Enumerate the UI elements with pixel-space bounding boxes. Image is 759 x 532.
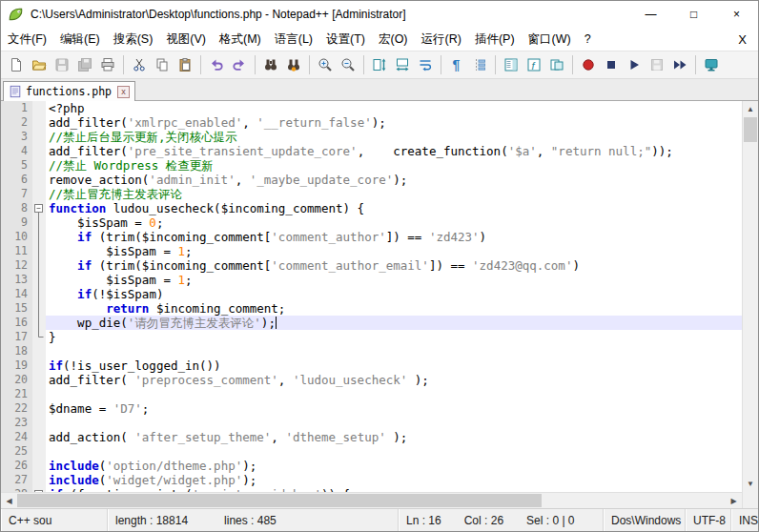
code-text[interactable]: } <box>46 330 742 344</box>
scroll-up-arrow-icon[interactable]: ▲ <box>743 101 758 117</box>
replace-icon[interactable] <box>282 53 305 76</box>
horizontal-scrollbar[interactable]: ◀ ▶ <box>1 492 742 508</box>
scroll-right-arrow-icon[interactable]: ▶ <box>726 493 742 508</box>
close-button[interactable]: × <box>715 1 758 28</box>
code-text[interactable]: //禁止冒充博主发表评论 <box>46 187 742 201</box>
status-encoding[interactable]: UTF-8 <box>686 509 731 531</box>
horizontal-scroll-track[interactable] <box>17 493 726 508</box>
code-line[interactable]: 17} <box>1 330 742 344</box>
code-text[interactable]: if(!is_user_logged_in()) <box>46 358 742 373</box>
status-eol-format[interactable]: Dos\Windows <box>604 509 686 531</box>
code-line[interactable]: 27include('widget/widget.php'); <box>1 473 742 487</box>
scroll-down-arrow-icon[interactable]: ▼ <box>743 476 758 492</box>
code-text[interactable] <box>46 444 742 459</box>
code-line[interactable]: 8function ludou_usecheck($incoming_comme… <box>1 201 742 215</box>
code-text[interactable]: include('option/dtheme.php'); <box>46 459 742 473</box>
code-line[interactable]: 21 <box>1 387 742 401</box>
menu-item-编辑[interactable]: 编辑(E) <box>53 28 107 51</box>
doc-map-icon[interactable] <box>500 53 523 76</box>
fold-marker-icon[interactable] <box>32 487 46 492</box>
record-macro-icon[interactable] <box>577 53 600 76</box>
code-line[interactable]: 13 $isSpam = 1; <box>1 273 742 287</box>
fold-marker-icon[interactable] <box>32 201 46 215</box>
code-text[interactable]: //禁止 Wordpress 检查更新 <box>46 158 742 173</box>
code-text[interactable]: $isSpam = 1; <box>46 273 742 287</box>
menu-item-窗口[interactable]: 窗口(W) <box>522 28 578 51</box>
code-text[interactable] <box>46 416 742 430</box>
doc-switcher-icon[interactable] <box>545 53 568 76</box>
run-macro-multiple-icon[interactable] <box>668 53 691 76</box>
code-line[interactable]: 22$dname = 'D7'; <box>1 401 742 416</box>
tab-close-icon[interactable]: x <box>117 86 130 98</box>
cut-icon[interactable] <box>128 53 151 76</box>
menu-item-搜索[interactable]: 搜索(S) <box>107 28 160 51</box>
stop-macro-icon[interactable] <box>600 53 623 76</box>
menu-item-语言[interactable]: 语言(L) <box>268 28 319 51</box>
code-line[interactable]: 14 if(!$isSpam) <box>1 287 742 301</box>
maximize-button[interactable]: □ <box>672 1 715 28</box>
menu-item-文件[interactable]: 文件(F) <box>1 28 53 51</box>
code-text[interactable]: add_action( 'after_setup_theme', 'dtheme… <box>46 430 742 444</box>
code-line[interactable]: 24add_action( 'after_setup_theme', 'dthe… <box>1 430 742 444</box>
open-folder-icon[interactable] <box>28 53 51 76</box>
code-line[interactable]: 26include('option/dtheme.php'); <box>1 459 742 473</box>
code-text[interactable]: add_filter('pre_site_transient_update_co… <box>46 144 742 158</box>
show-all-chars-icon[interactable]: ¶ <box>445 53 468 76</box>
code-line[interactable]: 25 <box>1 444 742 459</box>
code-text[interactable]: if(!$isSpam) <box>46 287 742 301</box>
zoom-in-icon[interactable] <box>314 53 337 76</box>
vertical-scrollbar[interactable]: ▲ ▼ <box>742 101 758 508</box>
code-line[interactable]: 1<?php <box>1 101 742 115</box>
code-text[interactable]: <?php <box>46 101 742 115</box>
function-list-icon[interactable]: f <box>523 53 545 76</box>
undo-icon[interactable] <box>205 53 228 76</box>
horizontal-scroll-thumb[interactable] <box>17 494 542 507</box>
menu-item-宏[interactable]: 宏(O) <box>372 28 415 51</box>
find-icon[interactable] <box>259 53 282 76</box>
code-line[interactable]: 5//禁止 Wordpress 检查更新 <box>1 158 742 173</box>
code-text[interactable] <box>46 387 742 401</box>
code-text[interactable] <box>46 344 742 358</box>
code-text[interactable]: $dname = 'D7'; <box>46 401 742 416</box>
code-text[interactable]: include('widget/widget.php'); <box>46 473 742 487</box>
code-line[interactable]: 9 $isSpam = 0; <box>1 215 742 230</box>
menu-item-设置[interactable]: 设置(T) <box>319 28 372 51</box>
new-file-icon[interactable] <box>5 53 28 76</box>
code-line[interactable]: 20add_filter( 'preprocess_comment', 'lud… <box>1 373 742 387</box>
status-insert-mode[interactable]: INS <box>731 509 758 531</box>
code-line[interactable]: 7//禁止冒充博主发表评论 <box>1 187 742 201</box>
vertical-scroll-track[interactable] <box>743 117 758 476</box>
code-text[interactable]: remove_action('admin_init', '_maybe_upda… <box>46 173 742 187</box>
tab-functions-php[interactable]: functions.php x <box>3 81 135 101</box>
save-all-icon[interactable] <box>73 53 96 76</box>
code-line[interactable]: 10 if (trim($incoming_comment['comment_a… <box>1 230 742 244</box>
code-line[interactable]: 15 return $incoming_comment; <box>1 301 742 316</box>
menu-item-[interactable]: ? <box>578 28 598 51</box>
code-text[interactable]: add_filter( 'preprocess_comment', 'ludou… <box>46 373 742 387</box>
vertical-scroll-thumb[interactable] <box>744 117 757 142</box>
sync-scroll-v-icon[interactable] <box>368 53 391 76</box>
save-macro-icon[interactable] <box>646 53 668 76</box>
print-icon[interactable] <box>96 53 119 76</box>
menu-item-运行[interactable]: 运行(R) <box>415 28 468 51</box>
indent-guide-icon[interactable] <box>468 53 491 76</box>
code-line[interactable]: 2add_filter('xmlrpc_enabled', '__return_… <box>1 115 742 130</box>
code-line[interactable]: 6remove_action('admin_init', '_maybe_upd… <box>1 173 742 187</box>
plugin-monitor-icon[interactable] <box>700 53 723 76</box>
code-line[interactable]: 23 <box>1 416 742 430</box>
code-text[interactable]: $isSpam = 0; <box>46 215 742 230</box>
save-icon[interactable] <box>51 53 73 76</box>
minimize-button[interactable]: — <box>629 1 672 28</box>
code-text[interactable]: function ludou_usecheck($incoming_commen… <box>46 201 742 215</box>
code-line[interactable]: 18 <box>1 344 742 358</box>
code-text[interactable]: return $incoming_comment; <box>46 301 742 316</box>
menu-close-icon[interactable]: X <box>727 32 758 47</box>
paste-icon[interactable] <box>174 53 196 76</box>
word-wrap-icon[interactable] <box>414 53 437 76</box>
sync-scroll-h-icon[interactable] <box>391 53 414 76</box>
copy-icon[interactable] <box>151 53 174 76</box>
code-text[interactable]: $isSpam = 1; <box>46 244 742 258</box>
code-line[interactable]: 4add_filter('pre_site_transient_update_c… <box>1 144 742 158</box>
scroll-left-arrow-icon[interactable]: ◀ <box>1 493 17 508</box>
code-line[interactable]: 19if(!is_user_logged_in()) <box>1 358 742 373</box>
